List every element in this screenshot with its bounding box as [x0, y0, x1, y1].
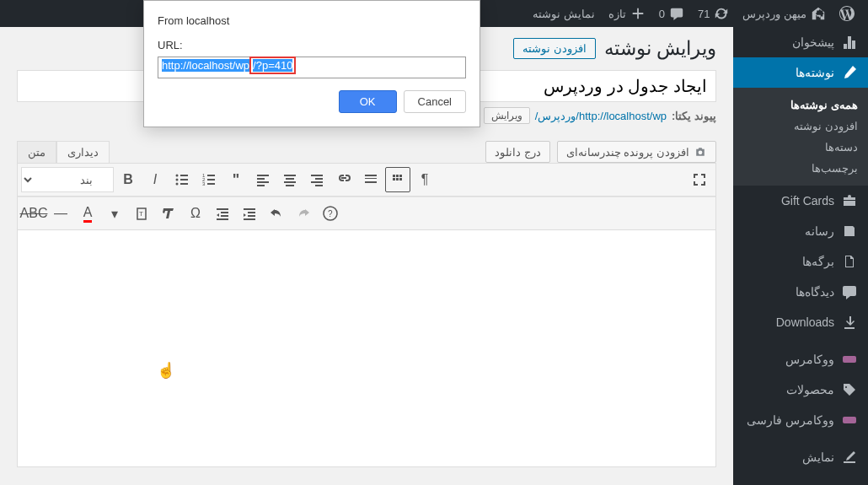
- svg-rect-37: [217, 208, 228, 210]
- svg-text:T: T: [139, 210, 143, 218]
- media-buttons-row: افزودن پرونده چندرسانه‌ای درج دانلود دید…: [17, 141, 716, 163]
- paste-text-button[interactable]: T: [129, 201, 154, 226]
- comments-link[interactable]: 0: [652, 0, 691, 27]
- svg-rect-33: [396, 178, 399, 181]
- tab-text[interactable]: متن: [17, 141, 56, 163]
- svg-rect-30: [396, 175, 399, 177]
- admin-sidebar: پیشخوان نوشته‌ها همه‌ی نوشته‌ها افزودن ن…: [733, 27, 868, 485]
- bullet-list-button[interactable]: [169, 167, 195, 192]
- sidebar-products[interactable]: محصولات: [733, 375, 868, 405]
- svg-rect-11: [207, 179, 215, 181]
- toolbar-toggle-button[interactable]: [385, 167, 410, 192]
- strikethrough-button[interactable]: ABC: [21, 201, 46, 226]
- sidebar-woocommerce[interactable]: ووکامرس: [733, 344, 868, 375]
- sidebar-add-post[interactable]: افزودن نوشته: [733, 116, 868, 137]
- sidebar-tags[interactable]: برچسب‌ها: [733, 158, 868, 179]
- wp-logo[interactable]: [833, 0, 861, 27]
- svg-rect-0: [843, 356, 856, 363]
- permalink-label: پیوند یکتا:: [672, 110, 716, 122]
- svg-rect-13: [207, 183, 215, 185]
- svg-rect-9: [207, 175, 215, 176]
- svg-rect-14: [257, 175, 269, 176]
- svg-rect-28: [365, 181, 377, 183]
- svg-rect-25: [315, 185, 323, 186]
- sidebar-downloads[interactable]: Downloads: [733, 307, 868, 337]
- italic-button[interactable]: I: [142, 167, 168, 192]
- sidebar-gift-cards[interactable]: Gift Cards: [733, 186, 868, 216]
- camera-icon: [694, 145, 707, 159]
- redo-button[interactable]: [291, 201, 316, 226]
- svg-rect-32: [393, 178, 395, 181]
- svg-text:?: ?: [328, 209, 333, 218]
- svg-rect-31: [399, 175, 402, 177]
- new-content-link[interactable]: تازه: [602, 0, 652, 27]
- bold-button[interactable]: B: [115, 167, 141, 192]
- outdent-button[interactable]: [210, 201, 235, 226]
- sidebar-dashboard[interactable]: پیشخوان: [733, 27, 868, 57]
- text-color-button[interactable]: A: [75, 201, 100, 226]
- link-button[interactable]: [331, 167, 356, 192]
- blockquote-button[interactable]: ": [223, 167, 249, 192]
- sidebar-comments[interactable]: دیدگاه‌ها: [733, 277, 868, 307]
- view-post-link[interactable]: نمایش نوشته: [526, 0, 602, 27]
- svg-rect-15: [257, 178, 265, 180]
- svg-rect-23: [315, 178, 323, 180]
- clear-format-button[interactable]: [156, 201, 181, 226]
- align-right-button[interactable]: [304, 167, 330, 192]
- svg-rect-29: [393, 175, 395, 177]
- undo-button[interactable]: [264, 201, 289, 226]
- ok-button[interactable]: OK: [339, 90, 397, 113]
- sidebar-media[interactable]: رسانه: [733, 216, 868, 246]
- pointer-cursor-icon: ☝: [157, 361, 175, 380]
- sidebar-all-posts[interactable]: همه‌ی نوشته‌ها: [733, 94, 868, 116]
- tab-visual[interactable]: دیداری: [56, 141, 110, 163]
- url-input[interactable]: http://localhost/wp/?p=410: [158, 57, 466, 78]
- editor-toolbar-row1: بند B I 123 " ¶: [18, 164, 715, 197]
- add-media-button[interactable]: افزودن پرونده چندرسانه‌ای: [557, 141, 716, 163]
- svg-point-2: [176, 175, 179, 177]
- svg-rect-27: [365, 178, 377, 179]
- indent-button[interactable]: [237, 201, 262, 226]
- site-name-link[interactable]: میهن وردپرس: [736, 0, 833, 27]
- page-title: ویرایش نوشته: [604, 37, 716, 60]
- sidebar-posts-submenu: همه‌ی نوشته‌ها افزودن نوشته دسته‌ها برچس…: [733, 88, 868, 186]
- updates-link[interactable]: 71: [691, 0, 736, 27]
- special-char-button[interactable]: Ω: [183, 201, 208, 226]
- fullscreen-button[interactable]: [687, 167, 712, 192]
- sidebar-pages[interactable]: برگه‌ها: [733, 246, 868, 277]
- insert-download-button[interactable]: درج دانلود: [485, 141, 550, 163]
- add-new-button[interactable]: افزودن نوشته: [513, 38, 596, 59]
- svg-rect-24: [311, 181, 323, 183]
- align-center-button[interactable]: [277, 167, 303, 192]
- svg-rect-17: [257, 185, 265, 186]
- edit-permalink-button[interactable]: ویرایش: [484, 107, 530, 124]
- align-left-button[interactable]: [250, 167, 276, 192]
- svg-rect-40: [217, 218, 228, 220]
- hr-button[interactable]: —: [48, 201, 73, 226]
- paragraph-button[interactable]: ¶: [412, 167, 437, 192]
- sidebar-woo-fa[interactable]: ووکامرس فارسی: [733, 405, 868, 435]
- sidebar-posts[interactable]: نوشته‌ها: [733, 57, 868, 88]
- more-button[interactable]: [358, 167, 383, 192]
- svg-rect-19: [286, 178, 294, 180]
- url-prompt-dialog: From localhost URL: http://localhost/wp/…: [143, 0, 480, 127]
- cancel-button[interactable]: Cancel: [404, 90, 466, 113]
- svg-rect-39: [221, 215, 228, 217]
- svg-rect-1: [843, 417, 856, 423]
- sidebar-appearance[interactable]: نمایش: [733, 442, 868, 472]
- svg-rect-7: [180, 183, 188, 185]
- svg-point-6: [176, 183, 179, 186]
- text-color-dropdown[interactable]: ▾: [102, 201, 127, 226]
- editor-tabs: دیداری متن: [17, 141, 110, 163]
- dialog-label: URL:: [158, 39, 466, 51]
- permalink-url[interactable]: http://localhost/wp/وردپرس/: [535, 110, 667, 122]
- numbered-list-button[interactable]: 123: [196, 167, 222, 192]
- help-button[interactable]: ?: [318, 201, 343, 226]
- svg-rect-41: [244, 208, 255, 210]
- editor-canvas[interactable]: ☝: [18, 230, 715, 466]
- svg-rect-16: [257, 181, 269, 183]
- format-select[interactable]: بند: [21, 167, 114, 192]
- svg-rect-44: [244, 218, 255, 220]
- svg-rect-43: [248, 215, 255, 217]
- sidebar-categories[interactable]: دسته‌ها: [733, 137, 868, 158]
